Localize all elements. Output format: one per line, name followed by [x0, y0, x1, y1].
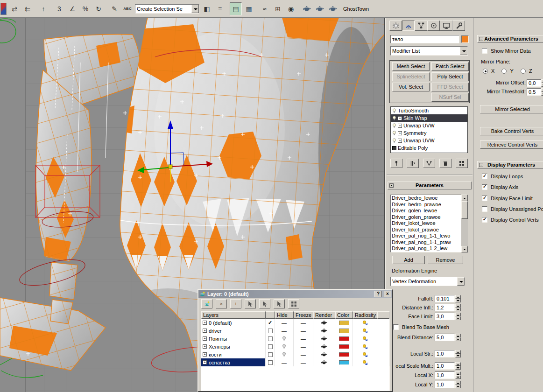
modifier-stack-item[interactable]: Unwrap UVW — [391, 137, 467, 144]
radiosity-icon[interactable] — [362, 320, 368, 326]
tab-modify[interactable] — [402, 21, 415, 31]
remove-button[interactable]: Remove — [428, 256, 463, 264]
scrollbar-thumb[interactable] — [461, 201, 468, 219]
chevron-down-icon[interactable] — [457, 277, 465, 286]
unlink-selection-button[interactable]: ⇇ — [21, 2, 34, 15]
angle-snap-button[interactable]: ∠ — [66, 2, 78, 15]
add-button[interactable]: Add — [392, 256, 425, 264]
driver-list-scrollbar[interactable] — [461, 195, 468, 252]
vol-select-button[interactable]: Vol. Select — [392, 83, 430, 91]
hidden-bulb-icon[interactable] — [282, 344, 286, 349]
expand-icon[interactable] — [398, 124, 402, 128]
mesh-select-button[interactable]: Mesh Select — [392, 62, 430, 71]
display-unassigned-points-checkbox[interactable] — [482, 206, 487, 212]
local-scale-mult-field[interactable]: 1,0 — [435, 362, 455, 370]
add-to-layer-button[interactable]: + — [230, 299, 241, 308]
highlight-layer-button[interactable] — [274, 299, 285, 308]
delete-layer-button[interactable]: × — [216, 299, 227, 308]
edit-named-selection-sets-button[interactable]: ✎ — [108, 2, 120, 15]
make-unique-button[interactable] — [423, 159, 435, 168]
expand-icon[interactable] — [203, 321, 207, 325]
list-item[interactable]: Driver_pal_nog_1-2_lew — [391, 245, 461, 252]
column-header[interactable] — [266, 311, 275, 319]
modifier-stack-item-selected[interactable]: Skin Wrap — [391, 114, 467, 122]
mirror-offset-field[interactable]: 0,0 — [527, 79, 541, 87]
layer-manager-button[interactable]: ▤ — [230, 2, 242, 15]
display-loops-checkbox[interactable] — [482, 174, 487, 179]
current-layer-checkbox[interactable] — [268, 329, 273, 333]
local-y-field[interactable]: 1,0 — [435, 381, 455, 388]
parameters-rollout-header[interactable]: - Parameters — [388, 182, 472, 189]
mirror-threshold-field[interactable]: 0,5 — [527, 88, 541, 96]
layer-color-swatch[interactable] — [339, 329, 349, 333]
show-mirror-data-checkbox[interactable] — [482, 48, 487, 54]
expand-icon[interactable] — [392, 146, 396, 150]
scroll-down-icon[interactable] — [461, 246, 468, 252]
blend-distance-field[interactable]: 5,0 — [435, 334, 455, 341]
tab-utilities[interactable] — [452, 21, 465, 31]
list-item[interactable]: Driver_pal_nog_1-1_praw — [391, 239, 461, 246]
poly-select-button[interactable]: Poly Select — [431, 72, 469, 81]
column-header[interactable]: Freeze — [294, 311, 313, 319]
teapot-render-icon[interactable] — [321, 328, 327, 333]
blend-distance-spinner[interactable] — [455, 334, 461, 341]
face-limit-field[interactable]: 3,0 — [435, 313, 455, 320]
local-x-field[interactable]: 1,0 — [435, 371, 455, 379]
list-item[interactable]: Driver_pal_nog_1-1_lewo — [391, 233, 461, 239]
object-name-input[interactable] — [390, 35, 459, 43]
local-x-spinner[interactable] — [455, 371, 461, 379]
material-editor-button[interactable]: ◉ — [285, 2, 297, 15]
falloff-spinner[interactable] — [455, 295, 461, 302]
schematic-view-button[interactable]: ⊞ — [272, 2, 284, 15]
current-layer-check-icon[interactable] — [268, 320, 272, 326]
local-str-field[interactable]: 1,0 — [435, 350, 455, 357]
modifier-stack-item[interactable]: Symmetry — [391, 129, 467, 137]
layer-color-swatch[interactable] — [339, 352, 349, 357]
list-item[interactable]: Driver_lokot_lewoe — [391, 220, 461, 227]
hidden-bulb-icon[interactable] — [282, 352, 286, 357]
selection-set-combo[interactable]: Create Selection Se — [135, 4, 199, 14]
ffd-select-button[interactable]: FFD Select — [431, 83, 469, 91]
blend-to-base-mesh-checkbox[interactable] — [393, 324, 399, 330]
column-header[interactable]: Color — [335, 311, 353, 319]
list-item[interactable]: Driver_golen_prawoe — [391, 214, 461, 221]
list-item[interactable]: Driver_golen_lewoe — [391, 208, 461, 214]
mirror-selected-button[interactable]: Mirror Selected — [480, 105, 543, 113]
teapot-render-icon[interactable] — [321, 360, 327, 365]
pin-stack-button[interactable] — [390, 159, 402, 168]
column-header[interactable]: Radiosity — [353, 311, 377, 319]
mirror-button[interactable]: ◧ — [201, 2, 213, 15]
layer-row-selected[interactable]: оснастка — — — [201, 358, 389, 366]
dialog-titlebar[interactable]: Layer: 0 (default) ? × — [198, 290, 392, 298]
mirror-threshold-spinner[interactable] — [541, 88, 543, 96]
layer-color-swatch[interactable] — [339, 360, 349, 365]
list-item[interactable]: Driver_bedro_prawoe — [391, 202, 461, 208]
align-button[interactable]: ≡ — [214, 2, 226, 15]
layer-row[interactable]: driver — — — [201, 327, 389, 335]
rendered-frame-window-button[interactable] — [314, 2, 326, 15]
layer-row[interactable]: Поинты — — [201, 335, 389, 343]
layer-row[interactable]: 0 (default) — — — [201, 319, 389, 327]
graphite-button[interactable]: ▦ — [243, 2, 255, 15]
local-scale-mult-spinner[interactable] — [455, 362, 461, 370]
radiosity-icon[interactable] — [362, 352, 368, 357]
bind-to-space-warp-button[interactable]: ↑ — [37, 2, 49, 15]
display-parameters-rollout-header[interactable]: - Display Parameters — [477, 161, 543, 169]
teapot-render-icon[interactable] — [321, 336, 327, 341]
teapot-render-icon[interactable] — [321, 320, 327, 325]
column-header[interactable]: Hide — [275, 311, 294, 319]
nsurf-select-button[interactable]: NSurf Sel — [431, 93, 469, 102]
expand-icon[interactable] — [203, 360, 207, 364]
help-button[interactable]: ? — [374, 291, 382, 297]
expand-icon[interactable] — [398, 116, 402, 120]
current-layer-checkbox[interactable] — [268, 360, 273, 365]
layer-color-swatch[interactable] — [339, 336, 349, 341]
modifier-stack-item[interactable]: Unwrap UVW — [391, 122, 467, 129]
expand-icon[interactable] — [203, 344, 207, 349]
hidden-bulb-icon[interactable] — [282, 336, 286, 341]
teapot-render-icon[interactable] — [321, 352, 327, 357]
advanced-parameters-rollout-header[interactable]: - Advanced Parameters — [477, 35, 543, 43]
expand-icon[interactable] — [203, 336, 207, 341]
radiosity-icon[interactable] — [362, 328, 368, 334]
radiosity-icon[interactable] — [362, 344, 368, 350]
